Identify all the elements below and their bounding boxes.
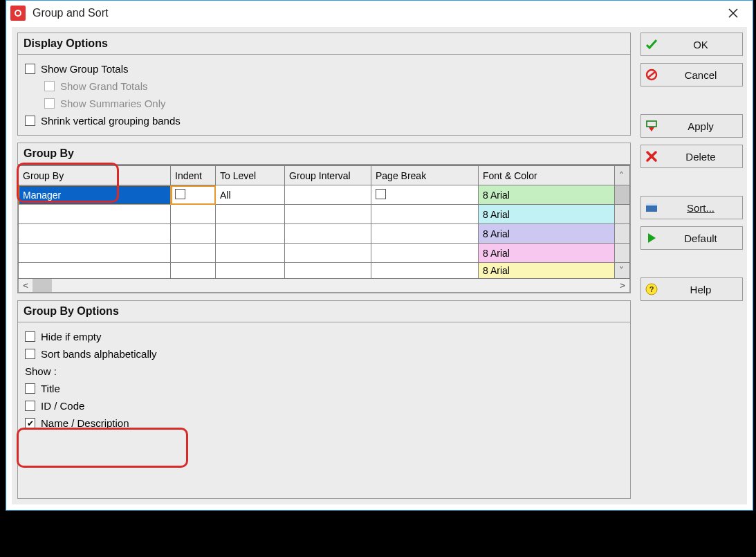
cell-font-color[interactable]: 8 Arial — [479, 185, 615, 205]
show-name-desc-checkbox[interactable] — [25, 418, 35, 428]
cell-group-by[interactable] — [19, 263, 171, 279]
show-group-totals-row[interactable]: Show Group Totals — [25, 60, 623, 77]
cell-to-level[interactable] — [216, 224, 285, 244]
help-button[interactable]: ? Help — [640, 277, 743, 301]
sort-alpha-row[interactable]: Sort bands alphabetically — [25, 345, 623, 363]
main-column: Display Options Show Group Totals Show G… — [12, 27, 636, 504]
cancel-label: Cancel — [663, 69, 738, 81]
client-area: Display Options Show Group Totals Show G… — [12, 27, 747, 504]
cell-font-color[interactable]: 8 Arial — [479, 205, 615, 224]
hscroll-left[interactable]: < — [19, 279, 33, 292]
window-close-button[interactable] — [719, 3, 747, 23]
no-entry-icon — [645, 69, 661, 81]
col-indent[interactable]: Indent — [171, 166, 216, 185]
cell-to-level[interactable] — [216, 244, 285, 263]
cell-indent[interactable] — [171, 205, 216, 224]
cell-group-interval[interactable] — [285, 224, 371, 244]
col-page-break[interactable]: Page Break — [371, 166, 479, 185]
default-label: Default — [663, 232, 738, 244]
cell-font-color[interactable]: 8 Arial — [479, 224, 615, 244]
show-name-desc-row[interactable]: Name / Description — [25, 414, 623, 432]
shrink-bands-row[interactable]: Shrink vertical grouping bands — [25, 112, 623, 129]
table-row[interactable]: 8 Arial — [19, 244, 630, 263]
cell-font-color[interactable]: 8 Arial — [479, 263, 615, 279]
col-group-interval[interactable]: Group Interval — [285, 166, 371, 185]
table-row[interactable]: 8 Arial — [19, 205, 630, 224]
group-by-options-panel: Group By Options Hide if empty Sort band… — [17, 300, 631, 499]
hscroll-right[interactable]: > — [616, 279, 629, 292]
show-title-checkbox[interactable] — [25, 383, 35, 394]
vscroll-track[interactable] — [615, 244, 630, 263]
cell-group-interval[interactable] — [285, 205, 371, 224]
svg-marker-10 — [648, 233, 656, 243]
help-label: Help — [663, 284, 738, 295]
show-id-code-row[interactable]: ID / Code — [25, 397, 623, 414]
sort-button[interactable]: Sort... — [640, 196, 743, 219]
apply-button[interactable]: Apply — [640, 114, 743, 138]
cell-page-break[interactable] — [371, 244, 479, 263]
cell-font-color[interactable]: 8 Arial — [479, 244, 615, 263]
cell-indent[interactable] — [171, 263, 216, 279]
cell-indent[interactable] — [171, 244, 216, 263]
show-group-totals-checkbox[interactable] — [25, 64, 35, 74]
cell-page-break[interactable] — [371, 185, 479, 205]
hide-if-empty-checkbox[interactable] — [25, 331, 35, 342]
hide-if-empty-label: Hide if empty — [41, 331, 102, 343]
col-font-color[interactable]: Font & Color — [479, 166, 615, 185]
titlebar: Group and Sort — [6, 1, 753, 26]
cell-to-level[interactable] — [216, 205, 285, 224]
cell-page-break[interactable] — [371, 205, 479, 224]
cell-indent[interactable] — [171, 185, 216, 205]
vscroll-thumb[interactable] — [615, 185, 630, 205]
cell-group-interval[interactable] — [285, 263, 371, 279]
hide-if-empty-row[interactable]: Hide if empty — [25, 328, 623, 345]
vscroll-track[interactable] — [615, 205, 630, 224]
default-button[interactable]: Default — [640, 226, 743, 250]
delete-button[interactable]: Delete — [640, 145, 743, 168]
ok-label: OK — [663, 39, 738, 51]
page-break-checkbox[interactable] — [376, 189, 386, 199]
display-options-panel: Display Options Show Group Totals Show G… — [17, 33, 631, 136]
cell-group-by[interactable] — [19, 205, 171, 224]
vscroll-down[interactable]: ˅ — [615, 263, 630, 279]
cell-page-break[interactable] — [371, 224, 479, 244]
side-button-column: OK Cancel Apply — [636, 27, 747, 504]
apply-label: Apply — [663, 120, 738, 132]
cancel-button[interactable]: Cancel — [640, 63, 743, 86]
col-group-by[interactable]: Group By — [19, 166, 171, 185]
hscroll-track[interactable] — [33, 279, 616, 292]
delete-icon — [645, 150, 661, 163]
show-id-code-checkbox[interactable] — [25, 401, 35, 411]
vscroll-track[interactable] — [615, 224, 630, 244]
col-to-level[interactable]: To Level — [216, 166, 285, 185]
group-by-options-title: Group By Options — [18, 301, 630, 322]
indent-checkbox[interactable] — [175, 189, 185, 199]
table-row[interactable]: Manager All 8 Arial — [19, 185, 630, 205]
group-by-table[interactable]: Group By Indent To Level Group Interval … — [18, 165, 630, 279]
group-by-panel: Group By — [17, 143, 631, 293]
sort-alpha-checkbox[interactable] — [25, 349, 35, 359]
group-and-sort-dialog: Group and Sort Display Options Show Grou… — [6, 0, 753, 511]
cell-group-by[interactable] — [19, 244, 171, 263]
show-id-code-label: ID / Code — [41, 400, 84, 412]
svg-marker-5 — [649, 127, 654, 131]
cell-group-interval[interactable] — [285, 244, 371, 263]
cell-group-by[interactable] — [19, 224, 171, 244]
show-title-row[interactable]: Title — [25, 380, 623, 397]
ok-button[interactable]: OK — [640, 33, 743, 56]
show-grand-totals-checkbox — [44, 81, 55, 91]
cell-group-by[interactable]: Manager — [19, 185, 171, 205]
hscroll-thumb[interactable] — [33, 279, 52, 292]
vscroll-up[interactable]: ˄ — [615, 166, 630, 185]
cell-to-level[interactable]: All — [216, 185, 285, 205]
table-row[interactable]: 8 Arial — [19, 224, 630, 244]
display-options-title: Display Options — [18, 33, 630, 55]
cell-indent[interactable] — [171, 224, 216, 244]
cell-to-level[interactable] — [216, 263, 285, 279]
cell-group-interval[interactable] — [285, 185, 371, 205]
group-by-hscroll[interactable]: < > — [18, 279, 630, 293]
shrink-bands-checkbox[interactable] — [25, 116, 35, 126]
cell-page-break[interactable] — [371, 263, 479, 279]
sort-icon — [645, 201, 661, 214]
table-row[interactable]: 8 Arial ˅ — [19, 263, 630, 279]
